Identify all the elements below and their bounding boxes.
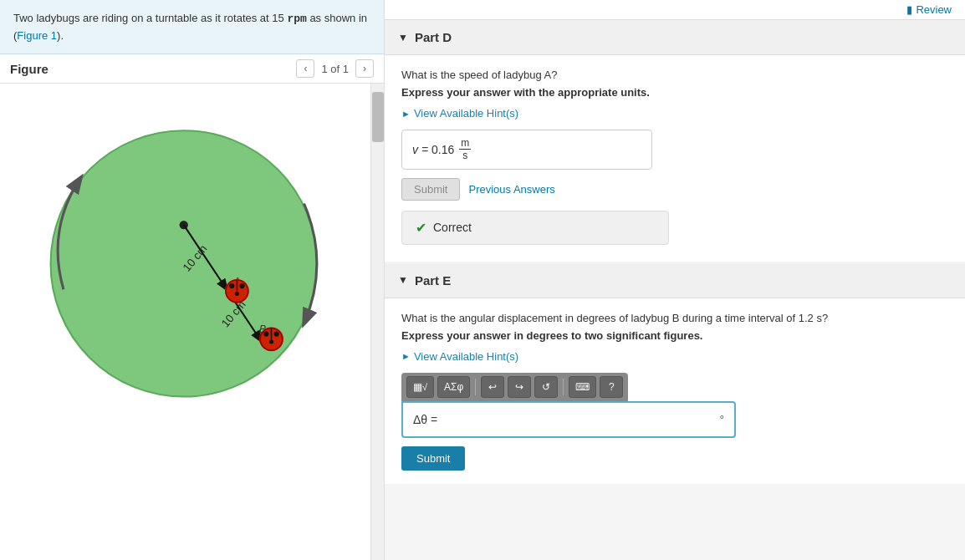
delta-theta-label: Δθ =: [413, 413, 437, 426]
degree-symbol: °: [719, 413, 724, 426]
redo-icon: ↪: [515, 381, 523, 393]
hint-arrow-icon: ►: [401, 109, 411, 119]
undo-button[interactable]: ↩: [481, 376, 504, 398]
turntable-diagram: 10 cm 10 cm A B: [17, 92, 368, 410]
undo-icon: ↩: [488, 381, 497, 393]
part-e-hint-arrow-icon: ►: [401, 351, 411, 361]
part-d-submit-button[interactable]: Submit: [401, 178, 460, 201]
part-d-arrow: ▼: [398, 32, 408, 43]
help-button[interactable]: ?: [600, 376, 623, 398]
figure-title: Figure: [10, 62, 49, 76]
part-e-body: What is the angular displacement in degr…: [385, 298, 965, 484]
figure-area: Figure ‹ 1 of 1 ›: [0, 54, 384, 560]
toolbar-divider-2: [563, 379, 564, 395]
redo-button[interactable]: ↪: [508, 376, 531, 398]
svg-point-11: [239, 283, 244, 288]
review-icon: ▮: [906, 3, 912, 16]
part-d-answer-box: v = 0.16 m s: [401, 130, 652, 170]
part-d-hint-label: View Available Hint(s): [414, 107, 518, 120]
math-input-area: Δθ = °: [401, 401, 736, 438]
svg-point-12: [234, 292, 238, 296]
scrollbar-thumb: [372, 92, 384, 142]
keyboard-icon: ⌨: [575, 381, 590, 393]
part-d-header[interactable]: ▼ Part D: [385, 20, 965, 55]
part-e-section: ▼ Part E What is the angular displacemen…: [385, 263, 965, 484]
correct-label: Correct: [433, 221, 472, 234]
units-denominator: s: [461, 150, 469, 161]
answer-variable: v =: [412, 143, 428, 156]
top-bar: ▮ Review: [385, 0, 965, 20]
part-e-question: What is the angular displacement in degr…: [401, 312, 948, 324]
reset-icon: ↺: [542, 381, 550, 393]
figure-link[interactable]: Figure 1: [17, 29, 57, 42]
figure-nav-label: 1 of 1: [321, 63, 349, 75]
figure-content: 10 cm 10 cm A B: [0, 84, 384, 560]
figure-navigation: ‹ 1 of 1 ›: [296, 59, 374, 78]
answer-units: m s: [459, 137, 471, 162]
problem-text-close: ).: [57, 29, 64, 42]
part-d-instruction: Express your answer with the appropriate…: [401, 86, 948, 99]
part-d-title: Part D: [415, 30, 452, 44]
correct-checkmark-icon: ✔: [416, 220, 426, 236]
math-toolbar: ▦ √ ΑΣφ ↩ ↪ ↺: [401, 373, 628, 401]
matrix-sqrt-button[interactable]: ▦ √: [406, 376, 434, 398]
svg-point-16: [263, 332, 268, 337]
help-icon: ?: [609, 381, 615, 393]
part-e-submit-button[interactable]: Submit: [401, 446, 465, 471]
reset-button[interactable]: ↺: [534, 376, 558, 398]
toolbar-divider-1: [475, 379, 476, 395]
part-d-question: What is the speed of ladybug A?: [401, 69, 948, 81]
part-d-body: What is the speed of ladybug A? Express …: [385, 55, 965, 262]
keyboard-button[interactable]: ⌨: [569, 376, 596, 398]
greek-icon: ΑΣφ: [444, 381, 463, 393]
figure-scrollbar[interactable]: [370, 84, 384, 560]
sqrt-icon: √: [422, 382, 427, 392]
part-e-arrow: ▼: [398, 274, 408, 286]
right-panel: ▮ Review ▼ Part D What is the speed of l…: [385, 0, 965, 560]
review-label: Review: [916, 3, 952, 16]
next-figure-button[interactable]: ›: [355, 59, 374, 78]
rpm-value: rpm: [287, 13, 306, 25]
problem-text-before: Two ladybugs are riding on a turntable a…: [13, 12, 287, 24]
part-e-header[interactable]: ▼ Part E: [385, 263, 965, 298]
answer-value: 0.16: [431, 143, 454, 156]
part-d-hint-link[interactable]: ► View Available Hint(s): [401, 107, 948, 120]
part-d-prev-answers-link[interactable]: Previous Answers: [468, 183, 554, 196]
review-link[interactable]: ▮ Review: [906, 3, 952, 16]
part-d-section: ▼ Part D What is the speed of ladybug A?…: [385, 20, 965, 262]
part-e-instruction: Express your answer in degrees to two si…: [401, 329, 948, 342]
part-e-title: Part E: [415, 273, 451, 288]
part-d-actions: Submit Previous Answers: [401, 178, 948, 201]
svg-point-18: [268, 339, 273, 344]
svg-point-10: [229, 283, 234, 288]
prev-figure-button[interactable]: ‹: [296, 59, 314, 78]
problem-statement: Two ladybugs are riding on a turntable a…: [0, 0, 384, 54]
part-e-hint-link[interactable]: ► View Available Hint(s): [401, 350, 948, 363]
correct-box: ✔ Correct: [401, 211, 669, 245]
units-numerator: m: [459, 137, 471, 150]
part-e-hint-label: View Available Hint(s): [414, 350, 518, 363]
greek-symbols-button[interactable]: ΑΣφ: [437, 376, 470, 398]
figure-header: Figure ‹ 1 of 1 ›: [0, 54, 384, 84]
matrix-icon: ▦: [413, 381, 422, 393]
svg-point-17: [273, 332, 278, 337]
left-panel: Two ladybugs are riding on a turntable a…: [0, 0, 385, 560]
angular-displacement-input[interactable]: [444, 410, 712, 430]
